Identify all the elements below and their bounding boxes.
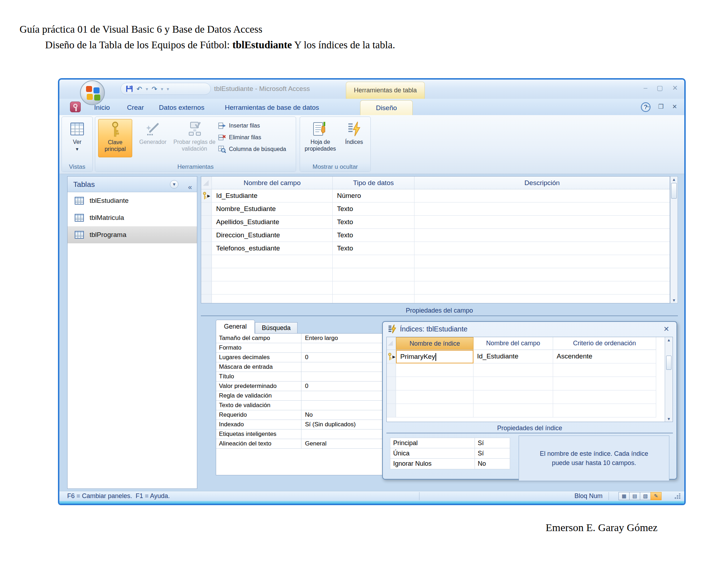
nav-item-tblmatricula[interactable]: tblMatricula [68,209,197,226]
scroll-up-icon[interactable]: ▲ [670,177,678,182]
customize-qat-icon[interactable]: ▾ [167,86,169,92]
grid-cell[interactable] [333,268,414,281]
row-selector[interactable] [201,268,212,281]
redo-dropdown-icon[interactable]: ▾ [161,86,163,92]
indices-button[interactable]: Índices [340,119,368,145]
prop-row[interactable]: PrincipalSí [390,438,510,448]
shutter-bar-collapse-icon[interactable]: « [188,179,192,195]
minimize-icon[interactable]: – [644,84,648,92]
tab-herramientas-bd[interactable]: Herramientas de base de datos [212,100,332,115]
eliminar-filas-button[interactable]: Eliminar filas [218,131,294,143]
tab-datos-externos[interactable]: Datos externos [153,100,210,115]
design-grid-vertical-scrollbar[interactable]: ▲ ▼ [670,176,678,303]
grid-cell[interactable] [396,377,473,390]
select-all-cell[interactable] [387,337,396,350]
doc-close-icon[interactable]: ✕ [672,103,677,110]
redo-icon[interactable]: ↷ [151,85,157,93]
index-sort-cell[interactable]: Ascendente [553,350,656,363]
grid-cell[interactable] [414,255,670,268]
scrollbar-thumb[interactable] [666,356,671,370]
column-header-index-name[interactable]: Nombre de índice [396,337,473,350]
group-label-mostrar[interactable]: Mostrar u ocultar [300,162,370,172]
generador-button[interactable]: Generador [134,119,171,145]
tab-general[interactable]: General [216,320,255,334]
grid-cell[interactable] [473,377,553,390]
maximize-icon[interactable]: ▢ [657,84,663,92]
column-header-data-type[interactable]: Tipo de datos [333,177,414,189]
close-icon[interactable]: ✕ [661,325,671,333]
grid-cell[interactable] [212,281,333,294]
nav-pane-header[interactable]: Tablas ▼ « [68,177,197,192]
grid-cell[interactable] [333,255,414,268]
grid-empty-row[interactable] [201,294,670,303]
columna-busqueda-button[interactable]: Columna de búsqueda [218,143,294,155]
grid-cell[interactable] [212,294,333,303]
scroll-up-icon[interactable]: ▲ [665,338,673,342]
grid-cell[interactable] [473,390,553,404]
row-selector[interactable] [387,377,396,390]
index-empty-row[interactable] [387,377,673,390]
grid-cell[interactable] [414,268,670,281]
index-row-primarykey[interactable]: ▶ PrimaryKey Id_Estudiante Ascendente [387,350,673,363]
row-selector[interactable] [201,229,212,242]
undo-dropdown-icon[interactable]: ▾ [146,86,148,92]
row-selector[interactable] [201,294,212,303]
resize-grip[interactable] [674,493,681,499]
description-cell[interactable] [414,242,670,255]
row-selector[interactable] [201,255,212,268]
grid-cell[interactable] [333,294,414,303]
probar-reglas-button[interactable]: Probar reglas de validación [172,119,217,152]
grid-cell[interactable] [414,294,670,303]
office-button[interactable] [80,80,105,105]
grid-cell[interactable] [333,281,414,294]
column-header-field-name[interactable]: Nombre del campo [473,337,553,350]
undo-icon[interactable]: ↶ [136,85,142,93]
indexes-vertical-scrollbar[interactable]: ▲ ▼ [665,337,673,422]
nav-menu-dropdown-icon[interactable]: ▼ [170,180,178,189]
nav-item-tblprograma[interactable]: tblPrograma [68,226,197,243]
close-icon[interactable]: ✕ [672,84,678,92]
scrollbar-thumb[interactable] [671,183,677,199]
doc-minimize-icon[interactable]: – [646,103,649,110]
grid-cell[interactable] [396,363,473,377]
index-empty-row[interactable] [387,363,673,377]
grid-cell[interactable] [396,404,473,417]
description-cell[interactable] [414,202,670,216]
grid-cell[interactable] [553,363,656,377]
grid-empty-row[interactable] [201,268,670,281]
tab-diseno[interactable]: Diseño [360,100,413,115]
row-selector[interactable] [201,216,212,229]
clave-principal-button[interactable]: Clave principal [98,119,132,157]
column-header-field-name[interactable]: Nombre del campo [212,177,333,189]
field-row-apellidos-estudiante[interactable]: Apellidos_Estudiante Texto [201,216,670,229]
save-icon[interactable] [126,85,133,92]
field-row-telefonos-estudiante[interactable]: Telefonos_estudiante Texto [201,242,670,255]
column-header-sort-order[interactable]: Criterio de ordenación [553,337,656,350]
select-all-cell[interactable] [201,177,212,189]
description-cell[interactable] [414,189,670,202]
description-cell[interactable] [414,229,670,242]
pivottable-view-button[interactable]: ▤ [629,492,640,500]
doc-restore-icon[interactable]: ❐ [658,103,664,110]
design-view-button[interactable]: ✎ [651,492,662,500]
hoja-propiedades-button[interactable]: Hoja de propiedades [302,119,338,152]
scroll-down-icon[interactable]: ▼ [665,417,673,421]
row-selector[interactable] [387,404,396,417]
insertar-filas-button[interactable]: Insertar filas [218,120,294,131]
field-row-direccion-estudiante[interactable]: Direccion_Estudiante Texto [201,229,670,242]
ver-button[interactable]: Ver▼ [65,119,90,153]
row-selector[interactable] [201,281,212,294]
group-label-vistas[interactable]: Vistas [62,162,92,172]
field-row-nombre-estudiante[interactable]: Nombre_Estudiante Texto [201,202,670,216]
indexes-dialog-titlebar[interactable]: Índices: tblEstudiante ✕ [383,322,676,336]
scroll-down-icon[interactable]: ▼ [670,298,678,302]
row-selector[interactable] [387,363,396,377]
pivotchart-view-button[interactable]: ▧ [640,492,651,500]
prop-row[interactable]: Ignorar NulosNo [390,459,510,469]
row-selector[interactable] [387,390,396,404]
row-selector[interactable] [201,202,212,216]
index-name-cell[interactable]: PrimaryKey [396,350,473,363]
grid-cell[interactable] [553,390,656,404]
row-selector[interactable] [201,242,212,255]
prop-row[interactable]: ÚnicaSí [390,448,510,459]
